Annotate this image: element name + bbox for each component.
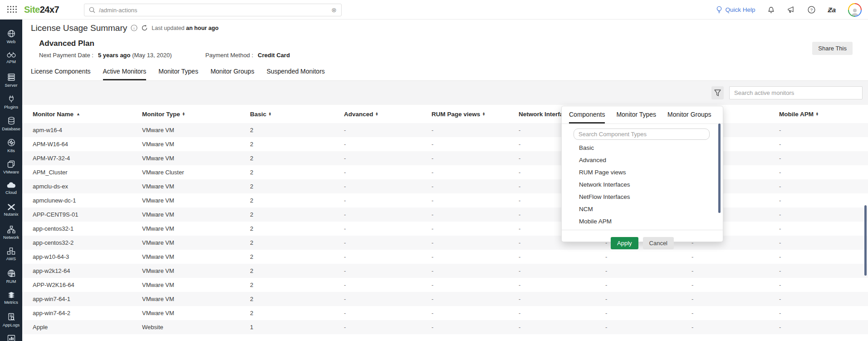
sidebar-item-nutanix[interactable]: Nutanix bbox=[0, 204, 22, 219]
column-header-advanced[interactable]: Advanced▴▾ bbox=[344, 111, 432, 118]
sidebar-item-label: Plugins bbox=[4, 104, 18, 109]
help-question-icon[interactable]: ? bbox=[808, 6, 815, 14]
monitor-name-cell: app-centos32-1 bbox=[22, 225, 142, 232]
sort-icon: ▴▾ bbox=[483, 112, 485, 116]
value-cell: - bbox=[691, 296, 779, 302]
component-option-ncm[interactable]: NCM bbox=[562, 203, 723, 215]
table-row: apmclunew-dc-1VMware VM2------ bbox=[22, 193, 868, 208]
app-launcher-icon[interactable] bbox=[7, 6, 18, 14]
sidebar-item-rum[interactable]: RUM bbox=[0, 269, 22, 284]
column-header-rum-page-views[interactable]: RUM Page views▴▾ bbox=[432, 111, 519, 118]
column-label: RUM Page views bbox=[432, 111, 480, 118]
quick-help-button[interactable]: Quick Help bbox=[716, 6, 755, 14]
info-icon[interactable]: i bbox=[131, 25, 137, 31]
component-types-search-input[interactable] bbox=[574, 128, 710, 140]
notifications-bell-icon[interactable] bbox=[767, 6, 775, 14]
monitor-name-cell: app-win7-64-2 bbox=[22, 310, 142, 316]
column-header-mobile-apm[interactable]: Mobile APM▴▾ bbox=[779, 111, 868, 118]
column-header-monitor-type[interactable]: Monitor Type▴▾ bbox=[142, 111, 250, 118]
sort-icon: ▴▾ bbox=[376, 112, 378, 116]
tab-suspended-monitors[interactable]: Suspended Monitors bbox=[266, 65, 324, 80]
value-cell: - bbox=[432, 211, 519, 218]
plugins-icon bbox=[8, 95, 15, 103]
monitor-name-cell: APM-W16-64 bbox=[22, 141, 142, 148]
value-cell: - bbox=[691, 282, 779, 288]
sidebar-item-database[interactable]: Database bbox=[0, 117, 22, 132]
network-icon bbox=[7, 226, 15, 233]
global-search-input[interactable] bbox=[99, 7, 331, 14]
sidebar-item-label: Server bbox=[5, 83, 18, 88]
value-cell: - bbox=[605, 324, 691, 331]
monitor-type-cell: VMware VM bbox=[142, 183, 250, 190]
logo-text-dark: 24x7 bbox=[40, 5, 59, 15]
announcements-megaphone-icon[interactable] bbox=[787, 6, 795, 14]
tab-license-components[interactable]: License Components bbox=[31, 65, 91, 80]
column-label: Monitor Name bbox=[33, 111, 74, 118]
value-cell: 2 bbox=[250, 296, 344, 302]
svg-text:i: i bbox=[134, 26, 135, 30]
value-cell: 2 bbox=[250, 282, 344, 288]
next-payment-value: 5 years ago (May 13, 2020) bbox=[98, 52, 172, 59]
column-header-monitor-name[interactable]: Monitor Name▲ bbox=[22, 111, 142, 118]
active-monitors-table: Monitor Name▲Monitor Type▴▾Basic▴▾Advanc… bbox=[22, 105, 868, 334]
page-scrollbar-thumb[interactable] bbox=[864, 205, 867, 276]
value-cell: - bbox=[779, 155, 868, 162]
sidebar-item-label: Nutanix bbox=[4, 212, 18, 217]
monitor-type-cell: VMware VM bbox=[142, 127, 250, 133]
component-option-network-interfaces[interactable]: Network Interfaces bbox=[562, 178, 723, 191]
popup-tab-monitor-groups[interactable]: Monitor Groups bbox=[667, 111, 711, 124]
popup-scrollbar-thumb[interactable] bbox=[718, 124, 721, 213]
value-cell: - bbox=[519, 310, 605, 316]
sidebar-item-plugins[interactable]: Plugins bbox=[0, 95, 22, 110]
zia-assistant-icon[interactable]: Ƶa bbox=[828, 6, 836, 14]
component-option-rum-page-views[interactable]: RUM Page views bbox=[562, 166, 723, 178]
active-monitors-search-input[interactable] bbox=[729, 86, 863, 99]
monitor-type-cell: VMware VM bbox=[142, 267, 250, 274]
refresh-icon[interactable] bbox=[141, 25, 148, 31]
component-option-advanced[interactable]: Advanced bbox=[562, 154, 723, 166]
sidebar-item-aws[interactable]: AWS bbox=[0, 247, 22, 262]
value-cell: 2 bbox=[250, 141, 344, 148]
k8s-icon bbox=[7, 138, 15, 147]
table-row: APM-W7-32-4VMware VM2------ bbox=[22, 151, 868, 165]
sidebar-item-network[interactable]: Network bbox=[0, 226, 22, 241]
popup-tab-monitor-types[interactable]: Monitor Types bbox=[616, 111, 656, 124]
sidebar-item-metrics[interactable]: Metrics bbox=[0, 291, 22, 306]
value-cell: - bbox=[779, 225, 868, 232]
user-avatar[interactable] bbox=[848, 3, 862, 17]
sidebar-item-applogs[interactable]: AppLogs bbox=[0, 313, 22, 328]
value-cell: - bbox=[779, 296, 868, 302]
component-option-netflow-interfaces[interactable]: NetFlow Interfaces bbox=[562, 191, 723, 203]
value-cell: - bbox=[605, 267, 691, 274]
cancel-button[interactable]: Cancel bbox=[643, 237, 674, 249]
column-header-basic[interactable]: Basic▴▾ bbox=[250, 111, 344, 118]
share-this-button[interactable]: Share This bbox=[812, 42, 853, 55]
monitor-name-cell: APM_Cluster bbox=[22, 169, 142, 176]
column-label: Basic bbox=[250, 111, 266, 118]
monitor-name-cell: app-w2k12-64 bbox=[22, 267, 142, 274]
popup-tab-components[interactable]: Components bbox=[569, 111, 605, 124]
sidebar-item-cloud[interactable]: Cloud bbox=[0, 182, 22, 197]
value-cell: - bbox=[432, 239, 519, 246]
sidebar-item-web[interactable]: Web bbox=[0, 30, 22, 44]
global-search-box[interactable]: ⊗ bbox=[84, 4, 342, 16]
tab-monitor-types[interactable]: Monitor Types bbox=[158, 65, 198, 80]
clear-search-icon[interactable]: ⊗ bbox=[331, 7, 337, 13]
value-cell: - bbox=[432, 127, 519, 133]
tab-active-monitors[interactable]: Active Monitors bbox=[103, 65, 147, 80]
tab-monitor-groups[interactable]: Monitor Groups bbox=[211, 65, 254, 80]
sidebar-item-vmware[interactable]: VMware bbox=[0, 160, 22, 175]
sidebar-item-k8s[interactable]: K8s bbox=[0, 138, 22, 153]
left-nav-sidebar: WebAPMServerPluginsDatabaseK8sVMwareClou… bbox=[0, 20, 22, 341]
sidebar-item-item[interactable] bbox=[0, 335, 22, 341]
filter-button[interactable] bbox=[711, 86, 724, 99]
web-icon bbox=[7, 30, 15, 38]
component-option-mobile-apm[interactable]: Mobile APM bbox=[562, 215, 723, 227]
sidebar-item-server[interactable]: Server bbox=[0, 73, 22, 88]
monitor-type-cell: VMware VM bbox=[142, 141, 250, 148]
table-row: APM-W16-64VMware VM2------ bbox=[22, 137, 868, 151]
apply-button[interactable]: Apply bbox=[611, 237, 638, 249]
component-option-basic[interactable]: Basic bbox=[562, 142, 723, 154]
sidebar-item-apm[interactable]: APM bbox=[0, 51, 22, 66]
site24x7-logo[interactable]: Site24x7 bbox=[24, 5, 59, 15]
